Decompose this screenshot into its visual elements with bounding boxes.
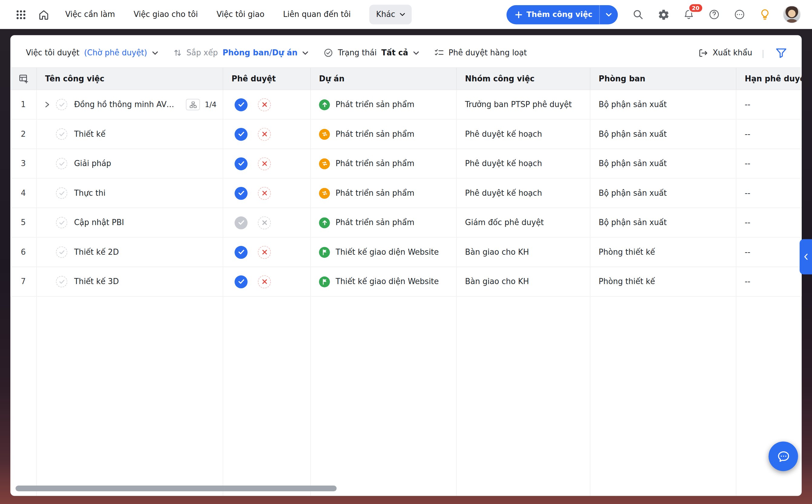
settings-gear-icon[interactable] <box>656 7 671 22</box>
project-name[interactable]: Thiết kế giao diện Website <box>335 277 439 286</box>
search-icon[interactable] <box>631 7 645 22</box>
reject-button[interactable] <box>258 187 271 200</box>
reject-button[interactable] <box>258 128 271 141</box>
nav-viec-toi-giao[interactable]: Việc tôi giao <box>217 10 264 19</box>
reject-button[interactable] <box>258 216 271 229</box>
task-status-circle-icon[interactable] <box>56 99 67 110</box>
toolbar-separator: | <box>761 48 764 58</box>
col-header-task-name[interactable]: Tên công việc <box>37 68 223 90</box>
task-name[interactable]: Thiết kế <box>74 129 106 139</box>
help-icon[interactable] <box>707 7 722 22</box>
status-value: Tất cả <box>381 48 408 57</box>
task-status-circle-icon[interactable] <box>56 158 67 169</box>
notifications-bell-icon[interactable]: 20 <box>682 7 696 22</box>
project-name[interactable]: Phát triển sản phẩm <box>335 218 414 227</box>
reject-button[interactable] <box>258 157 271 170</box>
approve-button[interactable] <box>234 275 247 288</box>
department: Bộ phận sản xuất <box>599 159 667 168</box>
department: Phòng thiết kế <box>599 247 655 257</box>
project-name[interactable]: Phát triển sản phẩm <box>335 159 414 168</box>
project-name[interactable]: Phát triển sản phẩm <box>335 129 414 139</box>
task-group: Phê duyệt kế hoạch <box>465 159 542 168</box>
approve-button[interactable] <box>234 128 247 141</box>
table-row[interactable]: 6 Thiết kế 2D <box>10 237 802 267</box>
task-name[interactable]: Cập nhật PBI <box>74 218 124 227</box>
approve-button[interactable] <box>234 216 247 229</box>
subtask-badge[interactable]: 1/4 <box>186 99 216 110</box>
reject-button[interactable] <box>258 275 271 288</box>
bulk-approve-button[interactable]: Phê duyệt hàng loạt <box>435 48 527 57</box>
export-label: Xuất khẩu <box>713 48 752 57</box>
col-header-index[interactable] <box>10 68 37 90</box>
row-number: 3 <box>21 159 26 168</box>
project-release-icon <box>319 99 330 110</box>
nav-khac[interactable]: Khác <box>369 5 412 24</box>
reject-button[interactable] <box>258 98 271 111</box>
nav-lien-quan-den-toi[interactable]: Liên quan đến tôi <box>283 10 351 19</box>
col-header-project[interactable]: Dự án <box>311 68 457 90</box>
sort-selector[interactable]: Sắp xếp Phòng ban/Dự án <box>173 48 308 57</box>
table-row[interactable]: 2 Thiết kế <box>10 119 802 149</box>
export-icon <box>698 48 708 58</box>
task-name[interactable]: Giải pháp <box>74 159 111 168</box>
department: Phòng thiết kế <box>599 277 655 286</box>
more-menu-icon[interactable] <box>732 7 747 22</box>
department: Bộ phận sản xuất <box>599 218 667 227</box>
project-name[interactable]: Thiết kế giao diện Website <box>335 247 439 257</box>
panel-toolbar: Việc tôi duyệt (Chờ phê duyệt) Sắp xếp P… <box>10 35 802 64</box>
table-row[interactable]: 1 Đồng hồ thông minh AVO ... 1/4 <box>10 90 802 120</box>
task-status-circle-icon[interactable] <box>56 217 67 228</box>
table-row[interactable]: 4 Thực thi <box>10 178 802 208</box>
task-name[interactable]: Thiết kế 3D <box>74 277 119 286</box>
nav-viec-giao-cho-toi[interactable]: Việc giao cho tôi <box>134 10 198 19</box>
task-name[interactable]: Đồng hồ thông minh AVO ... <box>74 100 178 109</box>
col-header-approve[interactable]: Phê duyệt <box>223 68 311 90</box>
project-name[interactable]: Phát triển sản phẩm <box>335 188 414 198</box>
collapse-side-panel-tab[interactable] <box>800 239 812 274</box>
task-table: Tên công việc Phê duyệt Dự án Nhóm công … <box>10 67 802 496</box>
user-avatar[interactable] <box>783 6 801 23</box>
table-row[interactable]: 7 Thiết kế 3D <box>10 267 802 297</box>
approve-button[interactable] <box>234 98 247 111</box>
task-status-circle-icon[interactable] <box>56 247 67 258</box>
main-nav: Việc cần làm Việc giao cho tôi Việc tôi … <box>65 5 412 24</box>
insert-row-icon[interactable] <box>18 74 28 84</box>
status-filter-selector[interactable]: Trạng thái Tất cả <box>324 48 419 57</box>
approve-button[interactable] <box>234 157 247 170</box>
approve-button[interactable] <box>234 246 247 259</box>
subtask-count: 1/4 <box>205 100 217 109</box>
col-header-deadline[interactable]: Hạn phê duyệt <box>736 68 802 90</box>
project-name[interactable]: Phát triển sản phẩm <box>335 100 414 109</box>
row-number: 6 <box>21 247 26 257</box>
approval-deadline: -- <box>745 277 751 286</box>
sort-value: Phòng ban/Dự án <box>222 48 297 57</box>
table-row[interactable]: 5 Cập nhật PBI <box>10 208 802 238</box>
task-status-circle-icon[interactable] <box>56 276 67 287</box>
task-name[interactable]: Thiết kế 2D <box>74 247 119 257</box>
view-selector[interactable]: Việc tôi duyệt (Chờ phê duyệt) <box>26 48 158 57</box>
project-progress-icon <box>319 129 330 139</box>
approval-deadline: -- <box>745 159 751 168</box>
approve-button[interactable] <box>234 187 247 200</box>
horizontal-scrollbar[interactable] <box>15 486 336 491</box>
expand-chevron-icon[interactable] <box>43 101 51 108</box>
reject-button[interactable] <box>258 246 271 259</box>
chevron-left-icon <box>804 254 808 260</box>
home-icon[interactable] <box>36 7 51 22</box>
filter-icon[interactable] <box>774 46 788 60</box>
add-task-dropdown-button[interactable] <box>600 5 618 24</box>
table-row[interactable]: 3 Giải pháp <box>10 149 802 179</box>
add-task-button[interactable]: Thêm công việc <box>506 5 618 24</box>
task-name[interactable]: Thực thi <box>74 188 106 198</box>
apps-grid-icon[interactable] <box>13 7 28 22</box>
nav-viec-can-lam[interactable]: Việc cần làm <box>65 10 115 19</box>
lamp-icon[interactable] <box>758 7 772 22</box>
task-status-circle-icon[interactable] <box>56 187 67 199</box>
col-header-group[interactable]: Nhóm công việc <box>457 68 590 90</box>
add-task-main[interactable]: Thêm công việc <box>506 5 599 24</box>
export-button[interactable]: Xuất khẩu <box>698 48 752 58</box>
status-check-circle-icon <box>324 48 333 57</box>
chat-support-button[interactable] <box>768 442 798 471</box>
col-header-department[interactable]: Phòng ban <box>591 68 737 90</box>
task-status-circle-icon[interactable] <box>56 128 67 140</box>
